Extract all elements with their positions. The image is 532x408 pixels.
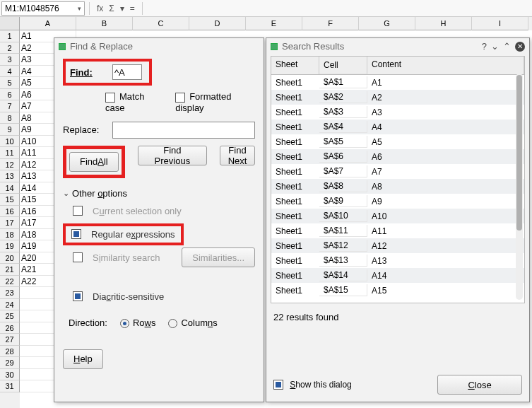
close-icon[interactable]: ✕ (515, 42, 525, 52)
col-sheet-header[interactable]: Sheet (271, 57, 319, 74)
column-header[interactable]: H (415, 17, 472, 30)
find-input[interactable] (112, 64, 142, 80)
sigma-icon[interactable]: Σ (109, 4, 114, 13)
row-header[interactable]: 11 (0, 147, 20, 159)
chevron-down-icon[interactable]: ▾ (120, 4, 124, 13)
help-button[interactable]: Help (63, 349, 103, 369)
row-header[interactable]: 21 (0, 264, 20, 276)
dialog-title: Search Results (282, 41, 344, 52)
dialog-title: Find & Replace (70, 41, 133, 52)
scrollbar-thumb[interactable] (516, 75, 522, 231)
row-header[interactable]: 2 (0, 42, 20, 54)
table-cell: A10 (367, 211, 524, 221)
row-header[interactable]: 23 (0, 287, 20, 299)
row-header[interactable]: 3 (0, 54, 20, 66)
row-header[interactable]: 7 (0, 100, 20, 112)
table-row[interactable]: Sheet1$A$5A5 (271, 134, 524, 149)
row-header[interactable]: 27 (0, 334, 20, 346)
column-header[interactable]: G (359, 17, 415, 30)
fx-icon[interactable]: fx (97, 4, 103, 13)
column-header[interactable]: A (20, 17, 76, 30)
rows-radio[interactable]: Rows (120, 317, 156, 328)
match-case-checkbox[interactable]: Match case (105, 91, 161, 113)
row-header[interactable]: 22 (0, 276, 20, 288)
row-header[interactable]: 6 (0, 89, 20, 101)
formatted-display-checkbox[interactable]: Formatted display (175, 91, 255, 113)
row-header[interactable]: 25 (0, 310, 20, 322)
find-next-button[interactable]: Find Next (220, 146, 255, 165)
chevron-up-icon[interactable]: ⌃ (503, 41, 511, 52)
table-cell: $A$14 (319, 269, 367, 281)
col-content-header[interactable]: Content (367, 57, 524, 74)
replace-input[interactable] (112, 122, 255, 139)
row-header[interactable]: 20 (0, 252, 20, 264)
select-all-corner[interactable] (0, 17, 20, 30)
table-cell: A13 (367, 256, 524, 266)
table-cell: $A$13 (319, 255, 367, 267)
row-header[interactable]: 13 (0, 170, 20, 182)
find-all-button[interactable]: Find All (69, 152, 119, 172)
similarity-checkbox[interactable]: Similarity search (73, 252, 160, 263)
equals-icon[interactable]: = (130, 4, 135, 13)
find-label: Find: (70, 67, 112, 78)
chevron-down-icon[interactable]: ⌄ (491, 41, 499, 52)
column-header[interactable]: D (189, 17, 246, 30)
chevron-down-icon[interactable]: ▾ (78, 5, 81, 12)
row-header[interactable]: 1 (0, 30, 20, 42)
table-row[interactable]: Sheet1$A$10A10 (271, 209, 524, 223)
find-highlight: Find: (63, 59, 152, 86)
find-previous-button[interactable]: Find Previous (138, 146, 207, 165)
row-header[interactable]: 8 (0, 112, 20, 124)
table-row[interactable]: Sheet1$A$8A8 (271, 179, 524, 194)
name-box[interactable]: M1:M1048576 ▾ (1, 1, 85, 16)
table-row[interactable]: Sheet1$A$15A15 (271, 283, 524, 298)
row-header[interactable]: 15 (0, 194, 20, 206)
current-selection-checkbox[interactable]: Current selection only (73, 206, 255, 216)
row-header[interactable]: 5 (0, 77, 20, 89)
table-row[interactable]: Sheet1$A$4A4 (271, 120, 524, 134)
row-header[interactable]: 29 (0, 357, 20, 369)
scrollbar[interactable] (516, 74, 523, 300)
table-row[interactable]: Sheet1$A$2A2 (271, 90, 524, 105)
row-header[interactable]: 9 (0, 124, 20, 136)
row-header[interactable]: 30 (0, 369, 20, 381)
row-header[interactable]: 4 (0, 66, 20, 78)
row-header[interactable]: 24 (0, 299, 20, 311)
row-header[interactable]: 10 (0, 136, 20, 148)
table-row[interactable]: Sheet1$A$7A7 (271, 164, 524, 179)
table-row[interactable]: Sheet1$A$3A3 (271, 105, 524, 120)
row-header[interactable]: 18 (0, 229, 20, 241)
row-header[interactable]: 26 (0, 322, 20, 334)
find-all-highlight: Find All (63, 146, 125, 178)
table-row[interactable]: Sheet1$A$1A1 (271, 75, 524, 90)
row-header[interactable]: 17 (0, 217, 20, 229)
table-row[interactable]: Sheet1$A$12A12 (271, 238, 524, 253)
column-header[interactable]: C (133, 17, 189, 30)
column-header[interactable]: F (302, 17, 359, 30)
similarities-button[interactable]: Similarities... (182, 247, 255, 267)
column-header[interactable]: E (246, 17, 302, 30)
show-dialog-checkbox[interactable]: Show this dialog (273, 380, 352, 390)
row-header[interactable]: 16 (0, 206, 20, 218)
column-header[interactable]: B (76, 17, 133, 30)
table-row[interactable]: Sheet1$A$13A13 (271, 253, 524, 268)
help-icon[interactable]: ? (482, 41, 487, 52)
table-row[interactable]: Sheet1$A$14A14 (271, 268, 524, 283)
table-row[interactable]: Sheet1$A$6A6 (271, 149, 524, 164)
close-button[interactable]: Close (437, 375, 522, 395)
table-cell: A1 (367, 78, 524, 88)
row-header[interactable]: 14 (0, 182, 20, 194)
row-header[interactable]: 31 (0, 380, 20, 392)
row-header[interactable]: 28 (0, 346, 20, 358)
other-options-toggle[interactable]: ⌄ Other options (63, 188, 255, 199)
col-cell-header[interactable]: Cell (319, 57, 367, 74)
row-header[interactable]: 12 (0, 159, 20, 171)
diacritic-checkbox[interactable]: Diacritic-sensitive (73, 291, 255, 302)
columns-radio[interactable]: Columns (168, 317, 217, 328)
regex-checkbox[interactable]: Regular expressions (71, 229, 175, 240)
table-row[interactable]: Sheet1$A$11A11 (271, 223, 524, 238)
column-header[interactable]: I (472, 17, 528, 30)
row-header[interactable]: 19 (0, 240, 20, 252)
table-cell: $A$5 (319, 136, 367, 148)
table-row[interactable]: Sheet1$A$9A9 (271, 194, 524, 209)
